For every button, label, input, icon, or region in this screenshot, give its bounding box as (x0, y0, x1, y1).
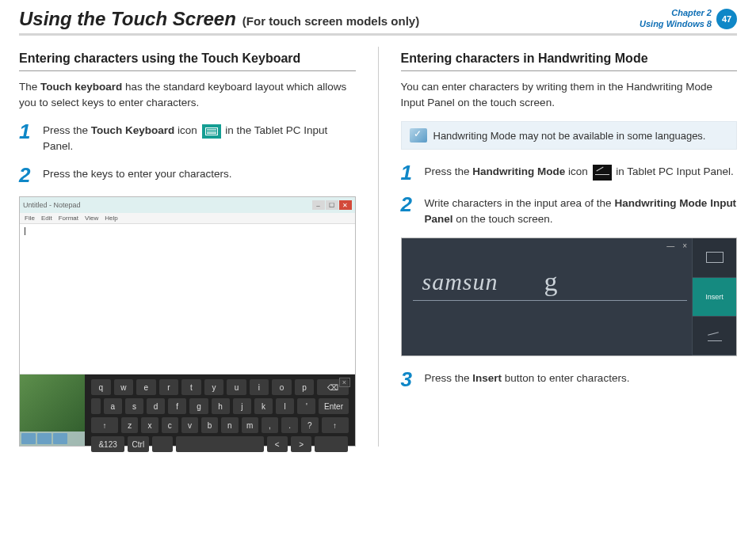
step-number: 1 (401, 162, 417, 183)
column-divider (378, 47, 379, 447)
handwriting-icon (708, 330, 722, 341)
screenshot-notepad-keyboard: Untitled - Notepad – ☐ ✕ File Edit Forma… (19, 196, 356, 447)
step-text: Press the Handwriting Mode icon in Table… (425, 162, 734, 183)
key-symbols[interactable]: &123 (91, 436, 124, 452)
key[interactable]: n (221, 417, 238, 433)
page: Using the Touch Screen (For touch screen… (0, 0, 756, 466)
key[interactable]: d (147, 398, 165, 414)
key[interactable]: a (104, 398, 122, 414)
step-text: Write characters in the input area of th… (425, 194, 738, 226)
page-number-badge: 47 (716, 9, 737, 29)
hw-minimize-icon[interactable]: — (666, 241, 674, 250)
key[interactable]: h (212, 398, 230, 414)
handwriting-stroke: g (544, 267, 558, 297)
key[interactable] (152, 436, 173, 452)
menu-item[interactable]: Edit (41, 215, 52, 222)
maximize-button[interactable]: ☐ (326, 200, 338, 210)
notepad-text-area[interactable] (20, 224, 355, 374)
window-title: Untitled - Notepad (23, 201, 81, 209)
close-button[interactable]: ✕ (339, 200, 352, 210)
hw-window-controls: — × (666, 241, 687, 250)
key[interactable]: v (181, 417, 198, 433)
minimize-button[interactable]: – (312, 200, 325, 210)
key[interactable]: w (114, 379, 134, 395)
touch-keyboard-icon (202, 124, 221, 139)
keyboard-icon (706, 252, 724, 263)
step-text: Press the keys to enter your characters. (43, 165, 232, 185)
page-header: Using the Touch Screen (For touch screen… (19, 8, 737, 36)
content-columns: Entering characters using the Touch Keyb… (19, 51, 737, 447)
key[interactable] (91, 398, 101, 414)
key-shift[interactable]: ↑ (322, 417, 349, 433)
key-left[interactable]: < (267, 436, 288, 452)
right-intro: You can enter characters by writing them… (401, 79, 738, 110)
key[interactable]: o (272, 379, 292, 395)
key[interactable]: e (136, 379, 156, 395)
key-ctrl[interactable]: Ctrl (128, 436, 148, 452)
left-step-2: 2 Press the keys to enter your character… (19, 165, 356, 185)
key-shift[interactable]: ↑ (91, 417, 118, 433)
left-section-title: Entering characters using the Touch Keyb… (19, 51, 356, 71)
insert-button[interactable]: Insert (693, 278, 736, 317)
key[interactable]: . (281, 417, 298, 433)
key[interactable]: z (121, 417, 138, 433)
key[interactable]: m (242, 417, 258, 433)
key[interactable]: u (227, 379, 246, 395)
key[interactable]: t (181, 379, 201, 395)
hw-close-icon[interactable]: × (682, 241, 687, 250)
key[interactable]: p (295, 379, 315, 395)
key[interactable]: ' (297, 398, 315, 414)
key[interactable]: b (201, 417, 218, 433)
left-column: Entering characters using the Touch Keyb… (19, 51, 356, 447)
chapter-label: Chapter 2 Using Windows 8 (640, 8, 712, 30)
hw-keyboard-toggle[interactable] (693, 238, 736, 277)
note-box: Handwriting Mode may not be available in… (401, 121, 738, 150)
hw-side-panel: Insert (692, 238, 736, 355)
right-section-title: Entering characters in Handwriting Mode (401, 51, 738, 71)
key-right[interactable]: > (291, 436, 311, 452)
key[interactable]: j (233, 398, 251, 414)
header-right: Chapter 2 Using Windows 8 47 (640, 8, 737, 30)
left-intro: The Touch keyboard has the standard keyb… (19, 79, 356, 110)
page-title: Using the Touch Screen (19, 8, 236, 30)
key[interactable]: ? (301, 417, 318, 433)
recognized-text: samsun (422, 268, 498, 295)
key[interactable]: g (189, 398, 208, 414)
key[interactable]: k (254, 398, 273, 414)
menu-item[interactable]: Help (105, 215, 117, 222)
taskbar (20, 431, 85, 446)
right-step-2: 2 Write characters in the input area of … (401, 194, 738, 226)
key[interactable]: s (125, 398, 143, 414)
key[interactable]: y (204, 379, 224, 395)
handwriting-canvas[interactable]: — × samsun g (402, 238, 693, 355)
key[interactable]: c (162, 417, 178, 433)
baseline (413, 300, 688, 301)
hw-handwriting-toggle[interactable] (693, 317, 736, 355)
key[interactable]: f (168, 398, 186, 414)
page-subtitle: (For touch screen models only) (242, 14, 419, 28)
step-text: Press the Touch Keyboard icon in the Tab… (43, 121, 356, 154)
menu-item[interactable]: File (25, 215, 35, 222)
key-space[interactable] (176, 436, 264, 452)
key-enter[interactable]: Enter (319, 398, 348, 414)
menu-item[interactable]: Format (59, 215, 78, 222)
key[interactable]: i (250, 379, 269, 395)
key[interactable]: r (159, 379, 179, 395)
step-number: 2 (19, 165, 35, 185)
key[interactable]: l (276, 398, 294, 414)
note-text: Handwriting Mode may not be available in… (433, 130, 706, 142)
key[interactable]: x (141, 417, 158, 433)
key[interactable]: q (91, 379, 111, 395)
step-number: 2 (401, 194, 417, 226)
key[interactable]: , (262, 417, 278, 433)
window-titlebar: Untitled - Notepad – ☐ ✕ (20, 197, 355, 213)
left-step-1: 1 Press the Touch Keyboard icon in the T… (19, 121, 356, 154)
right-step-3: 3 Press the Insert button to enter chara… (401, 369, 738, 390)
menu-item[interactable]: View (85, 215, 98, 222)
step-number: 3 (401, 369, 417, 390)
handwriting-mode-icon (593, 165, 612, 181)
chapter-line2: Using Windows 8 (640, 19, 712, 30)
key-layout[interactable] (315, 436, 348, 452)
menu-bar: File Edit Format View Help (20, 213, 355, 224)
osk-close-icon[interactable] (339, 378, 350, 387)
